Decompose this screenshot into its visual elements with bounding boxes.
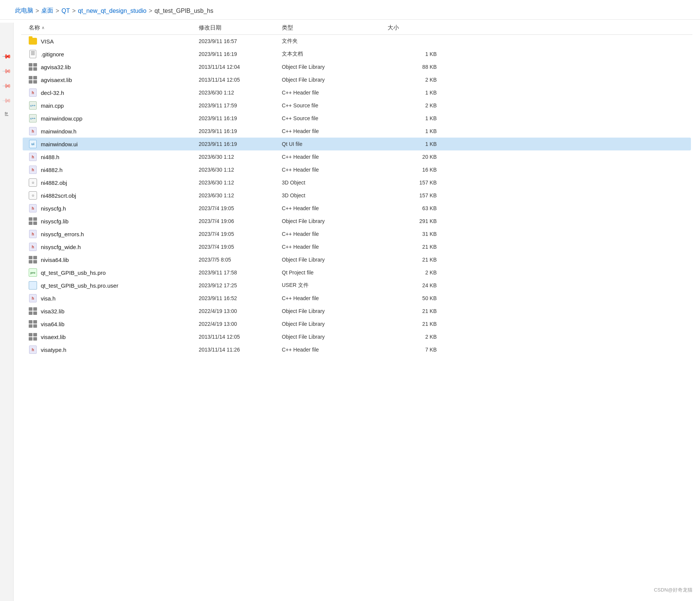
file-date: 2023/7/5 8:05 (199, 257, 282, 263)
file-name-cell: qt_test_GPIB_usb_hs.pro.user (29, 281, 199, 290)
table-row[interactable]: h decl-32.h 2023/6/30 1:12 C++ Header fi… (23, 86, 691, 99)
breadcrumb: 此电脑 > 桌面 > QT > qt_new_qt_design_studio … (0, 0, 700, 20)
col-header-type[interactable]: 类型 (282, 24, 388, 31)
file-date: 2023/9/11 16:19 (199, 115, 282, 121)
folder-icon (29, 38, 37, 45)
col-header-name[interactable]: 名称 ∧ (29, 24, 199, 31)
file-size: 2 KB (388, 102, 444, 108)
table-row[interactable]: h visa.h 2023/9/11 16:52 C++ Header file… (23, 292, 691, 305)
table-row[interactable]: h nisyscfg.h 2023/7/4 19:05 C++ Header f… (23, 202, 691, 215)
file-size: 157 KB (388, 180, 444, 186)
h-icon: h (29, 243, 37, 251)
table-row[interactable]: visa32.lib 2022/4/19 13:00 Object File L… (23, 305, 691, 318)
file-size: 21 KB (388, 321, 444, 327)
file-type: Object File Library (282, 257, 388, 263)
file-date: 2023/9/12 17:25 (199, 282, 282, 288)
file-icon-wrapper: ⊙ (29, 191, 37, 200)
pro-icon: pro (29, 268, 37, 277)
pin-icon-3[interactable]: 📌 (2, 81, 12, 91)
file-size: 157 KB (388, 192, 444, 198)
breadcrumb-sep-3: > (149, 8, 152, 14)
file-icon-wrapper (29, 76, 37, 84)
file-size: 2 KB (388, 270, 444, 276)
file-name: visa.h (41, 295, 56, 302)
pin-icon-2[interactable]: 📌 (2, 66, 12, 77)
sort-arrow-name: ∧ (42, 25, 45, 30)
file-name-cell: c++ main.cpp (29, 101, 199, 110)
lib-icon (29, 217, 37, 225)
h-icon: h (29, 153, 37, 161)
table-row[interactable]: ⊙ ni4882scrt.obj 2023/6/30 1:12 3D Objec… (23, 189, 691, 202)
pin-icon[interactable]: 📌 (2, 51, 12, 62)
col-header-size[interactable]: 大小 (388, 24, 444, 31)
file-name: nisyscfg_errors.h (41, 231, 84, 237)
ui-icon: ui (29, 140, 37, 148)
file-type: USER 文件 (282, 282, 388, 289)
table-row[interactable]: h nisyscfg_errors.h 2023/7/4 19:05 C++ H… (23, 228, 691, 240)
file-date: 2013/11/14 12:04 (199, 64, 282, 70)
file-name-cell: ⊙ ni4882.obj (29, 178, 199, 187)
table-row[interactable]: c++ mainwindow.cpp 2023/9/11 16:19 C++ S… (23, 112, 691, 125)
breadcrumb-item-2[interactable]: QT (62, 8, 70, 14)
table-row[interactable]: VISA 2023/9/11 16:57 文件夹 (23, 35, 691, 48)
file-icon-wrapper: h (29, 345, 37, 354)
table-row[interactable]: visa64.lib 2022/4/19 13:00 Object File L… (23, 318, 691, 330)
file-name: VISA (41, 38, 54, 45)
col-header-date[interactable]: 修改日期 (199, 24, 282, 31)
table-row[interactable]: ⊙ ni4882.obj 2023/6/30 1:12 3D Object 15… (23, 176, 691, 189)
table-row[interactable]: .gitignore 2023/9/11 16:19 文本文档 1 KB (23, 48, 691, 60)
lib-icon (29, 320, 37, 328)
h-icon: h (29, 127, 37, 135)
file-date: 2023/6/30 1:12 (199, 192, 282, 198)
file-date: 2023/7/4 19:05 (199, 205, 282, 211)
table-row[interactable]: h visatype.h 2013/11/14 11:26 C++ Header… (23, 343, 691, 356)
breadcrumb-sep-0: > (36, 8, 39, 14)
table-row[interactable]: h ni4882.h 2023/6/30 1:12 C++ Header fil… (23, 163, 691, 176)
table-row[interactable]: agvisa32.lib 2013/11/14 12:04 Object Fil… (23, 60, 691, 73)
file-type: 3D Object (282, 192, 388, 198)
file-size: 2 KB (388, 77, 444, 83)
file-type: C++ Source file (282, 115, 388, 121)
table-row[interactable]: nivisa64.lib 2023/7/5 8:05 Object File L… (23, 253, 691, 266)
file-name-cell: h ni488.h (29, 153, 199, 161)
file-name: visa32.lib (41, 308, 65, 314)
table-row[interactable]: h mainwindow.h 2023/9/11 16:19 C++ Heade… (23, 125, 691, 138)
file-size: 21 KB (388, 308, 444, 314)
breadcrumb-item-1[interactable]: 桌面 (41, 7, 53, 15)
file-type: 3D Object (282, 180, 388, 186)
table-row[interactable]: c++ main.cpp 2023/9/11 17:59 C++ Source … (23, 99, 691, 112)
breadcrumb-item-3[interactable]: qt_new_qt_design_studio (78, 8, 146, 14)
file-type: C++ Header file (282, 244, 388, 250)
obj-icon: ⊙ (29, 178, 37, 187)
file-name: visa64.lib (41, 321, 65, 327)
file-date: 2013/11/14 12:05 (199, 334, 282, 340)
file-icon-wrapper: ui (29, 140, 37, 148)
file-size: 2 KB (388, 334, 444, 340)
cpp-icon: c++ (29, 101, 37, 110)
file-name-cell: c++ mainwindow.cpp (29, 114, 199, 122)
table-row[interactable]: visaext.lib 2013/11/14 12:05 Object File… (23, 330, 691, 343)
file-icon-wrapper: pro (29, 268, 37, 277)
table-row[interactable]: qt_test_GPIB_usb_hs.pro.user 2023/9/12 1… (23, 279, 691, 292)
table-row[interactable]: pro qt_test_GPIB_usb_hs.pro 2023/9/11 17… (23, 266, 691, 279)
file-icon-wrapper (29, 281, 37, 290)
lib-icon (29, 307, 37, 315)
table-row[interactable]: nisyscfg.lib 2023/7/4 19:06 Object File … (23, 215, 691, 228)
file-type: Qt Project file (282, 270, 388, 276)
file-type: Object File Library (282, 308, 388, 314)
file-name: visaext.lib (41, 334, 66, 340)
file-name: nisyscfg_wide.h (41, 244, 81, 250)
file-name-cell: h nisyscfg.h (29, 204, 199, 212)
table-row[interactable]: h nisyscfg_wide.h 2023/7/4 19:05 C++ Hea… (23, 240, 691, 253)
lib-icon (29, 76, 37, 84)
pin-icon-4[interactable]: 📌 (2, 96, 12, 106)
file-name: qt_test_GPIB_usb_hs.pro (41, 270, 106, 276)
breadcrumb-item-0[interactable]: 此电脑 (15, 7, 33, 15)
file-size: 21 KB (388, 244, 444, 250)
table-row[interactable]: agvisaext.lib 2013/11/14 12:05 Object Fi… (23, 73, 691, 86)
file-name-cell: nisyscfg.lib (29, 217, 199, 225)
watermark: CSDN@好奇龙猫 (654, 587, 692, 593)
table-row[interactable]: h ni488.h 2023/6/30 1:12 C++ Header file… (23, 150, 691, 163)
table-row[interactable]: ui mainwindow.ui 2023/9/11 16:19 Qt UI f… (23, 138, 691, 150)
h-icon: h (29, 204, 37, 212)
